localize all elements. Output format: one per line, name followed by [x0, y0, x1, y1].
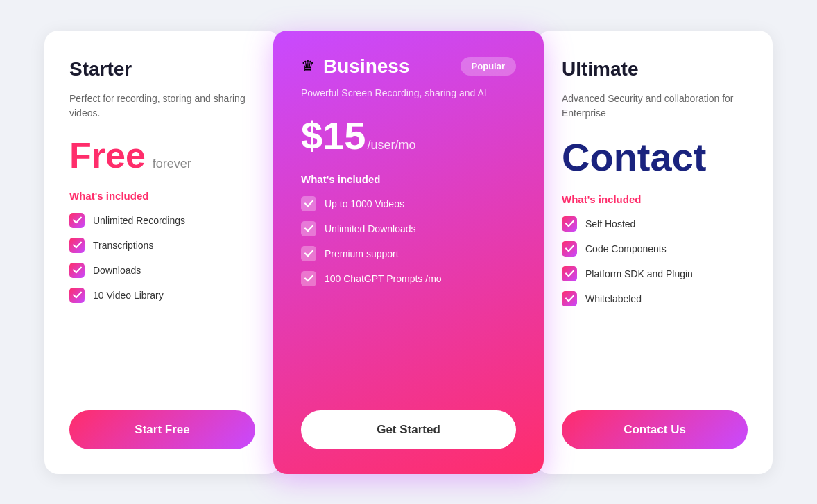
check-icon — [69, 288, 85, 303]
business-title-row: ♛ Business — [301, 55, 410, 78]
ultimate-description: Advanced Security and collaboration for … — [562, 92, 748, 121]
business-header: ♛ Business Popular — [301, 55, 516, 78]
check-icon — [301, 246, 316, 261]
feature-text: Unlimited Downloads — [325, 223, 416, 234]
check-icon — [69, 238, 85, 253]
starter-description: Perfect for recording, storing and shari… — [69, 92, 255, 121]
check-icon — [562, 266, 577, 281]
feature-text: 10 Video Library — [93, 290, 164, 301]
starter-card: Starter Perfect for recording, storing a… — [44, 31, 280, 474]
list-item: Premium support — [301, 246, 516, 261]
ultimate-whats-included: What's included — [562, 193, 748, 205]
starter-title: Starter — [69, 58, 255, 80]
feature-text: Premium support — [325, 248, 399, 259]
business-price-value: $15 — [301, 113, 366, 158]
feature-text: Code Components — [585, 243, 666, 254]
ultimate-card: Ultimate Advanced Security and collabora… — [537, 31, 773, 474]
contact-us-button[interactable]: Contact Us — [562, 410, 748, 449]
popular-badge: Popular — [461, 57, 516, 76]
feature-text: 100 ChatGPT Prompts /mo — [325, 273, 442, 284]
feature-text: Platform SDK and Plugin — [585, 268, 693, 279]
check-icon — [562, 216, 577, 232]
ultimate-price: Contact — [562, 134, 748, 180]
check-icon — [301, 221, 316, 236]
business-price-period: /user/mo — [367, 138, 415, 153]
check-icon — [301, 196, 316, 211]
check-icon — [69, 263, 85, 278]
list-item: 100 ChatGPT Prompts /mo — [301, 271, 516, 286]
check-icon — [69, 213, 85, 228]
business-whats-included: What's included — [301, 173, 516, 185]
business-card: ♛ Business Popular Powerful Screen Recor… — [273, 31, 544, 474]
list-item: Unlimited Recordings — [69, 213, 255, 228]
check-icon — [562, 241, 577, 257]
list-item: Code Components — [562, 241, 748, 257]
crown-icon: ♛ — [301, 58, 315, 76]
pricing-container: Starter Perfect for recording, storing a… — [0, 17, 817, 488]
business-price: $15 /user/mo — [301, 113, 516, 158]
feature-text: Downloads — [93, 265, 141, 276]
list-item: Downloads — [69, 263, 255, 278]
list-item: Unlimited Downloads — [301, 221, 516, 236]
business-description: Powerful Screen Recording, sharing and A… — [301, 86, 516, 101]
feature-text: Self Hosted — [585, 218, 635, 229]
ultimate-title: Ultimate — [562, 58, 748, 80]
check-icon — [301, 271, 316, 286]
starter-price-value: Free — [69, 134, 146, 176]
starter-features-list: Unlimited Recordings Transcriptions Down… — [69, 213, 255, 390]
business-title: Business — [323, 55, 410, 78]
get-started-button[interactable]: Get Started — [301, 410, 516, 449]
starter-price-period: forever — [153, 157, 191, 171]
starter-whats-included: What's included — [69, 190, 255, 202]
business-features-list: Up to 1000 Videos Unlimited Downloads Pr… — [301, 196, 516, 391]
feature-text: Whitelabeled — [585, 293, 642, 304]
list-item: Self Hosted — [562, 216, 748, 232]
ultimate-features-list: Self Hosted Code Components Platform SDK… — [562, 216, 748, 390]
list-item: Up to 1000 Videos — [301, 196, 516, 211]
feature-text: Transcriptions — [93, 240, 153, 251]
feature-text: Unlimited Recordings — [93, 215, 185, 226]
list-item: Whitelabeled — [562, 291, 748, 306]
list-item: Transcriptions — [69, 238, 255, 253]
start-free-button[interactable]: Start Free — [69, 410, 255, 449]
list-item: Platform SDK and Plugin — [562, 266, 748, 281]
list-item: 10 Video Library — [69, 288, 255, 303]
check-icon — [562, 291, 577, 306]
feature-text: Up to 1000 Videos — [325, 198, 404, 209]
starter-price: Free forever — [69, 134, 255, 176]
